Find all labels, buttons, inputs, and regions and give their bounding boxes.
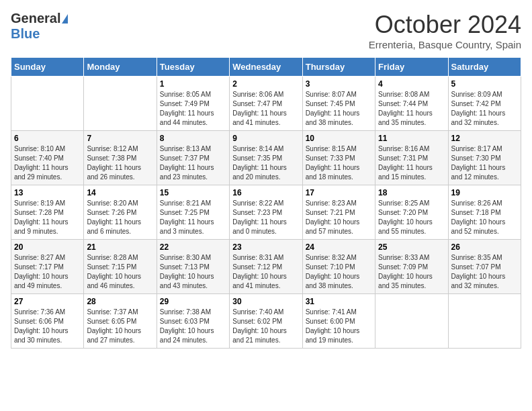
calendar-cell: 16Sunrise: 8:22 AMSunset: 7:23 PMDayligh… <box>230 185 302 240</box>
calendar-cell: 3Sunrise: 8:07 AMSunset: 7:45 PMDaylight… <box>302 77 375 131</box>
cell-date-number: 22 <box>160 242 226 252</box>
cell-info-text: Sunrise: 8:31 AMSunset: 7:12 PMDaylight:… <box>232 253 299 291</box>
cell-info-text: Sunrise: 8:28 AMSunset: 7:15 PMDaylight:… <box>87 253 153 291</box>
calendar-week-2: 6Sunrise: 8:10 AMSunset: 7:40 PMDaylight… <box>11 131 521 185</box>
calendar-cell: 14Sunrise: 8:20 AMSunset: 7:26 PMDayligh… <box>84 185 157 240</box>
calendar-cell: 4Sunrise: 8:08 AMSunset: 7:44 PMDaylight… <box>375 77 448 131</box>
header: General Blue October 2024 Errenteria, Ba… <box>11 11 521 50</box>
calendar-cell: 23Sunrise: 8:31 AMSunset: 7:12 PMDayligh… <box>230 240 302 294</box>
calendar-cell: 19Sunrise: 8:26 AMSunset: 7:18 PMDayligh… <box>448 185 521 240</box>
calendar-cell: 6Sunrise: 8:10 AMSunset: 7:40 PMDaylight… <box>11 131 84 185</box>
cell-info-text: Sunrise: 8:15 AMSunset: 7:33 PMDaylight:… <box>306 144 372 182</box>
cell-date-number: 29 <box>160 297 226 306</box>
cell-info-text: Sunrise: 8:22 AMSunset: 7:23 PMDaylight:… <box>232 199 299 236</box>
calendar-cell: 17Sunrise: 8:23 AMSunset: 7:21 PMDayligh… <box>302 185 375 240</box>
cell-date-number: 11 <box>378 134 445 143</box>
cell-info-text: Sunrise: 8:06 AMSunset: 7:47 PMDaylight:… <box>232 90 299 128</box>
cell-info-text: Sunrise: 8:16 AMSunset: 7:31 PMDaylight:… <box>378 144 445 182</box>
calendar-cell <box>448 294 521 349</box>
cell-info-text: Sunrise: 7:37 AMSunset: 6:05 PMDaylight:… <box>87 308 153 345</box>
calendar-cell: 18Sunrise: 8:25 AMSunset: 7:20 PMDayligh… <box>375 185 448 240</box>
cell-date-number: 14 <box>87 188 153 197</box>
calendar-cell: 12Sunrise: 8:17 AMSunset: 7:30 PMDayligh… <box>448 131 521 185</box>
cell-info-text: Sunrise: 7:40 AMSunset: 6:02 PMDaylight:… <box>232 308 299 345</box>
cell-date-number: 15 <box>160 188 226 197</box>
cell-date-number: 19 <box>451 188 518 197</box>
calendar-cell: 11Sunrise: 8:16 AMSunset: 7:31 PMDayligh… <box>375 131 448 185</box>
cell-date-number: 1 <box>160 79 226 89</box>
calendar-cell: 9Sunrise: 8:14 AMSunset: 7:35 PMDaylight… <box>230 131 302 185</box>
cell-date-number: 31 <box>306 297 372 306</box>
cell-info-text: Sunrise: 8:23 AMSunset: 7:21 PMDaylight:… <box>306 199 372 236</box>
calendar-cell: 28Sunrise: 7:37 AMSunset: 6:05 PMDayligh… <box>84 294 157 349</box>
cell-info-text: Sunrise: 7:41 AMSunset: 6:00 PMDaylight:… <box>306 308 372 345</box>
cell-info-text: Sunrise: 8:19 AMSunset: 7:28 PMDaylight:… <box>14 199 81 236</box>
calendar-cell: 7Sunrise: 8:12 AMSunset: 7:38 PMDaylight… <box>84 131 157 185</box>
calendar-cell <box>375 294 448 349</box>
calendar-cell: 29Sunrise: 7:38 AMSunset: 6:03 PMDayligh… <box>157 294 229 349</box>
header-sunday: Sunday <box>11 58 84 77</box>
header-wednesday: Wednesday <box>230 58 302 77</box>
calendar-cell: 24Sunrise: 8:32 AMSunset: 7:10 PMDayligh… <box>302 240 375 294</box>
cell-date-number: 12 <box>451 134 518 143</box>
calendar-cell: 8Sunrise: 8:13 AMSunset: 7:37 PMDaylight… <box>157 131 229 185</box>
cell-info-text: Sunrise: 8:12 AMSunset: 7:38 PMDaylight:… <box>87 144 153 182</box>
cell-info-text: Sunrise: 8:08 AMSunset: 7:44 PMDaylight:… <box>378 90 445 128</box>
calendar-week-5: 27Sunrise: 7:36 AMSunset: 6:06 PMDayligh… <box>11 294 521 349</box>
header-friday: Friday <box>375 58 448 77</box>
calendar-cell: 2Sunrise: 8:06 AMSunset: 7:47 PMDaylight… <box>230 77 302 131</box>
cell-date-number: 5 <box>451 79 518 89</box>
calendar-week-4: 20Sunrise: 8:27 AMSunset: 7:17 PMDayligh… <box>11 240 521 294</box>
calendar-cell <box>84 77 157 131</box>
calendar-header-row: SundayMondayTuesdayWednesdayThursdayFrid… <box>11 58 521 77</box>
cell-date-number: 25 <box>378 242 445 252</box>
calendar-cell <box>11 77 84 131</box>
month-title: October 2024 <box>369 11 521 39</box>
subtitle: Errenteria, Basque Country, Spain <box>369 39 521 50</box>
cell-info-text: Sunrise: 8:33 AMSunset: 7:09 PMDaylight:… <box>378 253 445 291</box>
calendar-week-3: 13Sunrise: 8:19 AMSunset: 7:28 PMDayligh… <box>11 185 521 240</box>
cell-info-text: Sunrise: 8:09 AMSunset: 7:42 PMDaylight:… <box>451 90 518 128</box>
cell-info-text: Sunrise: 7:38 AMSunset: 6:03 PMDaylight:… <box>160 308 226 345</box>
cell-date-number: 24 <box>306 242 372 252</box>
cell-date-number: 2 <box>232 79 299 89</box>
cell-date-number: 26 <box>451 242 518 252</box>
cell-info-text: Sunrise: 8:27 AMSunset: 7:17 PMDaylight:… <box>14 253 81 291</box>
cell-date-number: 23 <box>232 242 299 252</box>
cell-info-text: Sunrise: 8:26 AMSunset: 7:18 PMDaylight:… <box>451 199 518 236</box>
cell-date-number: 21 <box>87 242 153 252</box>
calendar-cell: 1Sunrise: 8:05 AMSunset: 7:49 PMDaylight… <box>157 77 229 131</box>
cell-date-number: 9 <box>232 134 299 143</box>
cell-info-text: Sunrise: 8:17 AMSunset: 7:30 PMDaylight:… <box>451 144 518 182</box>
cell-info-text: Sunrise: 8:25 AMSunset: 7:20 PMDaylight:… <box>378 199 445 236</box>
cell-info-text: Sunrise: 8:30 AMSunset: 7:13 PMDaylight:… <box>160 253 226 291</box>
cell-info-text: Sunrise: 8:32 AMSunset: 7:10 PMDaylight:… <box>306 253 372 291</box>
cell-info-text: Sunrise: 7:36 AMSunset: 6:06 PMDaylight:… <box>14 308 81 345</box>
calendar-cell: 5Sunrise: 8:09 AMSunset: 7:42 PMDaylight… <box>448 77 521 131</box>
cell-info-text: Sunrise: 8:13 AMSunset: 7:37 PMDaylight:… <box>160 144 226 182</box>
calendar-week-1: 1Sunrise: 8:05 AMSunset: 7:49 PMDaylight… <box>11 77 521 131</box>
calendar-cell: 15Sunrise: 8:21 AMSunset: 7:25 PMDayligh… <box>157 185 229 240</box>
logo: General Blue <box>11 11 68 42</box>
calendar: SundayMondayTuesdayWednesdayThursdayFrid… <box>11 57 521 349</box>
cell-date-number: 30 <box>232 297 299 306</box>
calendar-cell: 22Sunrise: 8:30 AMSunset: 7:13 PMDayligh… <box>157 240 229 294</box>
header-tuesday: Tuesday <box>157 58 229 77</box>
cell-info-text: Sunrise: 8:35 AMSunset: 7:07 PMDaylight:… <box>451 253 518 291</box>
calendar-cell: 20Sunrise: 8:27 AMSunset: 7:17 PMDayligh… <box>11 240 84 294</box>
cell-date-number: 3 <box>306 79 372 89</box>
cell-date-number: 17 <box>306 188 372 197</box>
cell-date-number: 6 <box>14 134 81 143</box>
cell-info-text: Sunrise: 8:05 AMSunset: 7:49 PMDaylight:… <box>160 90 226 128</box>
calendar-cell: 27Sunrise: 7:36 AMSunset: 6:06 PMDayligh… <box>11 294 84 349</box>
logo-blue-text: Blue <box>11 26 40 42</box>
cell-date-number: 10 <box>306 134 372 143</box>
cell-date-number: 27 <box>14 297 81 306</box>
calendar-cell: 10Sunrise: 8:15 AMSunset: 7:33 PMDayligh… <box>302 131 375 185</box>
logo-triangle-icon <box>62 14 68 24</box>
calendar-cell: 21Sunrise: 8:28 AMSunset: 7:15 PMDayligh… <box>84 240 157 294</box>
cell-date-number: 8 <box>160 134 226 143</box>
cell-date-number: 13 <box>14 188 81 197</box>
cell-info-text: Sunrise: 8:21 AMSunset: 7:25 PMDaylight:… <box>160 199 226 236</box>
logo-general: General <box>11 11 68 26</box>
